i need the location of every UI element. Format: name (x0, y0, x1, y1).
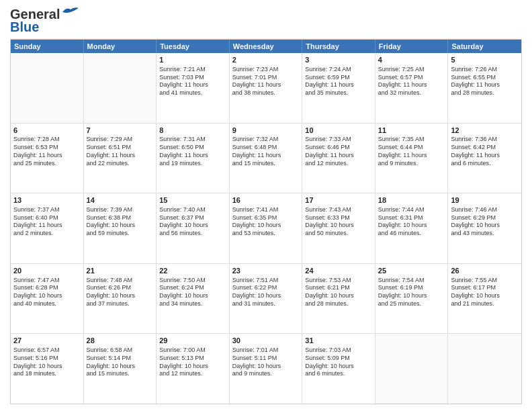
cell-info-line: Sunrise: 7:39 AM (87, 206, 154, 214)
calendar-cell: 26Sunrise: 7:55 AMSunset: 6:17 PMDayligh… (448, 264, 521, 334)
cell-info-line: Sunset: 6:59 PM (305, 74, 372, 82)
calendar-cell: 7Sunrise: 7:29 AMSunset: 6:51 PMDaylight… (84, 124, 157, 193)
cell-info-line: and 15 minutes. (232, 160, 300, 168)
calendar-week-5: 27Sunrise: 6:57 AMSunset: 5:16 PMDayligh… (11, 334, 521, 404)
cell-info-line: Sunrise: 7:28 AM (13, 136, 81, 144)
cell-info-line: and 40 minutes. (13, 300, 81, 308)
calendar-cell (84, 53, 157, 123)
cell-info-line: Daylight: 10 hours (159, 222, 226, 230)
cell-info-line: Sunset: 6:57 PM (378, 74, 445, 82)
cell-info-line: Daylight: 10 hours (451, 222, 519, 230)
cell-info-line: Daylight: 10 hours (232, 292, 300, 300)
day-number: 4 (378, 55, 445, 65)
cell-info-line: Sunrise: 7:47 AM (13, 277, 81, 285)
day-number: 3 (305, 55, 372, 65)
calendar-cell: 12Sunrise: 7:36 AMSunset: 6:42 PMDayligh… (448, 124, 521, 193)
cell-info-line: Sunset: 6:22 PM (232, 284, 300, 292)
cell-info-line: Daylight: 10 hours (13, 363, 81, 371)
cell-info-line: and 22 minutes. (87, 160, 154, 168)
cell-info-line: and 12 minutes. (159, 370, 226, 378)
calendar-cell: 19Sunrise: 7:46 AMSunset: 6:29 PMDayligh… (448, 193, 521, 263)
cell-info-line: Sunrise: 7:37 AM (13, 206, 81, 214)
cell-info-line: Daylight: 11 hours (159, 152, 226, 160)
cell-info-line: Daylight: 11 hours (87, 152, 154, 160)
cell-info-line: and 37 minutes. (87, 300, 154, 308)
calendar-cell: 21Sunrise: 7:48 AMSunset: 6:26 PMDayligh… (84, 264, 157, 334)
cell-info-line: Daylight: 11 hours (13, 152, 81, 160)
cell-info-line: Sunrise: 7:48 AM (87, 277, 154, 285)
cell-info-line: Sunset: 6:24 PM (159, 284, 226, 292)
header-day-friday: Friday (375, 40, 449, 53)
logo-bird-icon (61, 5, 80, 19)
cell-info-line: Daylight: 10 hours (232, 363, 300, 371)
cell-info-line: and 28 minutes. (305, 300, 372, 308)
header: General Blue (10, 7, 522, 35)
cell-info-line: Sunrise: 7:21 AM (159, 66, 226, 74)
cell-info-line: Daylight: 10 hours (451, 292, 519, 300)
cell-info-line: and 41 minutes. (159, 89, 226, 97)
cell-info-line: Sunset: 6:46 PM (305, 144, 372, 152)
cell-info-line: Sunrise: 6:58 AM (87, 347, 154, 355)
cell-info-line: and 59 minutes. (87, 230, 154, 238)
calendar-cell: 24Sunrise: 7:53 AMSunset: 6:21 PMDayligh… (302, 264, 375, 334)
day-number: 5 (451, 55, 519, 65)
day-number: 17 (305, 195, 372, 205)
cell-info-line: Sunset: 6:53 PM (13, 144, 81, 152)
calendar-week-2: 6Sunrise: 7:28 AMSunset: 6:53 PMDaylight… (11, 124, 521, 194)
calendar-cell: 16Sunrise: 7:41 AMSunset: 6:35 PMDayligh… (230, 193, 303, 263)
cell-info-line: Sunset: 6:51 PM (87, 144, 154, 152)
cell-info-line: Sunset: 6:37 PM (159, 214, 226, 222)
cell-info-line: Sunset: 6:44 PM (378, 144, 445, 152)
calendar-cell: 5Sunrise: 7:26 AMSunset: 6:55 PMDaylight… (448, 53, 521, 123)
calendar-week-3: 13Sunrise: 7:37 AMSunset: 6:40 PMDayligh… (11, 193, 521, 264)
cell-info-line: Sunrise: 7:26 AM (451, 66, 519, 74)
day-number: 23 (232, 266, 300, 276)
calendar-cell: 22Sunrise: 7:50 AMSunset: 6:24 PMDayligh… (157, 264, 230, 334)
calendar-cell: 31Sunrise: 7:03 AMSunset: 5:09 PMDayligh… (302, 334, 375, 404)
calendar-cell: 13Sunrise: 7:37 AMSunset: 6:40 PMDayligh… (11, 193, 84, 263)
calendar: SundayMondayTuesdayWednesdayThursdayFrid… (10, 39, 522, 404)
cell-info-line: Sunrise: 7:31 AM (159, 136, 226, 144)
cell-info-line: Daylight: 11 hours (232, 152, 300, 160)
calendar-cell: 9Sunrise: 7:32 AMSunset: 6:48 PMDaylight… (230, 124, 303, 193)
day-number: 11 (378, 126, 445, 136)
cell-info-line: Daylight: 10 hours (305, 363, 372, 371)
calendar-body: 1Sunrise: 7:21 AMSunset: 7:03 PMDaylight… (11, 53, 521, 404)
cell-info-line: and 25 minutes. (378, 300, 445, 308)
cell-info-line: Sunset: 6:42 PM (451, 144, 519, 152)
cell-info-line: Sunrise: 6:57 AM (13, 347, 81, 355)
cell-info-line: Daylight: 10 hours (305, 292, 372, 300)
cell-info-line: Sunset: 5:09 PM (305, 355, 372, 363)
logo: General Blue (10, 7, 80, 35)
day-number: 24 (305, 266, 372, 276)
cell-info-line: Sunrise: 7:32 AM (232, 136, 300, 144)
day-number: 6 (13, 126, 81, 136)
day-number: 21 (87, 266, 154, 276)
cell-info-line: Sunrise: 7:36 AM (451, 136, 519, 144)
cell-info-line: and 19 minutes. (159, 160, 226, 168)
cell-info-line: and 28 minutes. (451, 89, 519, 97)
calendar-cell: 3Sunrise: 7:24 AMSunset: 6:59 PMDaylight… (302, 53, 375, 123)
cell-info-line: Sunrise: 7:43 AM (305, 206, 372, 214)
cell-info-line: Sunrise: 7:41 AM (232, 206, 300, 214)
cell-info-line: Sunset: 6:26 PM (87, 284, 154, 292)
cell-info-line: Sunset: 5:14 PM (87, 355, 154, 363)
cell-info-line: Sunset: 6:40 PM (13, 214, 81, 222)
cell-info-line: Sunset: 7:03 PM (159, 74, 226, 82)
calendar-cell: 20Sunrise: 7:47 AMSunset: 6:28 PMDayligh… (11, 264, 84, 334)
cell-info-line: and 32 minutes. (378, 89, 445, 97)
cell-info-line: Daylight: 11 hours (13, 222, 81, 230)
cell-info-line: and 9 minutes. (378, 160, 445, 168)
cell-info-line: Daylight: 11 hours (451, 81, 519, 89)
calendar-week-4: 20Sunrise: 7:47 AMSunset: 6:28 PMDayligh… (11, 264, 521, 334)
cell-info-line: Sunset: 6:17 PM (451, 284, 519, 292)
day-number: 19 (451, 195, 519, 205)
calendar-cell: 6Sunrise: 7:28 AMSunset: 6:53 PMDaylight… (11, 124, 84, 193)
cell-info-line: Daylight: 10 hours (378, 292, 445, 300)
cell-info-line: Daylight: 10 hours (13, 292, 81, 300)
calendar-cell: 4Sunrise: 7:25 AMSunset: 6:57 PMDaylight… (375, 53, 449, 123)
day-number: 7 (87, 126, 154, 136)
cell-info-line: Sunset: 6:19 PM (378, 284, 445, 292)
day-number: 28 (87, 336, 154, 346)
cell-info-line: Sunset: 6:29 PM (451, 214, 519, 222)
